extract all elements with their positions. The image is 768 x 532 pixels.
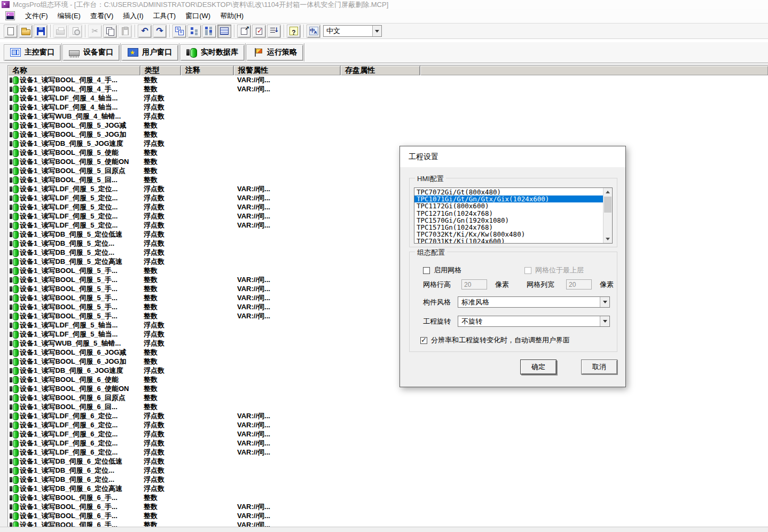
chevron-down-icon[interactable]	[372, 26, 381, 36]
tree-view-button[interactable]	[187, 25, 201, 38]
properties-button[interactable]	[237, 25, 251, 38]
undo-button[interactable]	[138, 25, 152, 38]
table-row[interactable]: 设备1_读写LDF_伺服_5_轴当...浮点数	[8, 330, 768, 339]
table-row[interactable]: 设备1_读写LDF_伺服_5_定位...浮点数VAR://伺...	[8, 212, 768, 221]
table-row[interactable]: 设备1_读写BOOL_伺服_6_JOG加整数	[8, 357, 768, 366]
component-style-dropdown[interactable]: 标准风格	[458, 296, 610, 308]
redo-button[interactable]	[153, 25, 167, 38]
table-row[interactable]: 设备1_读写BOOL_伺服_5_JOG加整数	[8, 130, 768, 139]
listbox-scrollbar[interactable]	[603, 188, 612, 243]
chevron-down-icon[interactable]	[600, 316, 609, 326]
table-row[interactable]: 设备1_读写LDF_伺服_5_定位...浮点数VAR://伺...	[8, 184, 768, 193]
grid-col-width-input[interactable]	[566, 279, 592, 290]
table-row[interactable]: 设备1_读写BOOL_伺服_6_手...整数VAR://伺...	[8, 520, 768, 527]
table-row[interactable]: 设备1_读写LDF_伺服_5_轴当...浮点数	[8, 320, 768, 330]
auto-adjust-checkbox[interactable]	[420, 337, 427, 344]
open-button[interactable]	[19, 25, 33, 38]
table-row[interactable]: 设备1_读写BOOL_伺服_5_使能ON整数	[8, 157, 768, 166]
hmi-option[interactable]: TPC1570Gi/Gn(1920x1080)	[414, 217, 603, 224]
column-header-name[interactable]: 名称	[8, 66, 140, 75]
table-row[interactable]: 设备1_读写BOOL_伺服_5_手...整数VAR://伺...	[8, 302, 768, 311]
column-header-alarm[interactable]: 报警属性	[234, 66, 341, 75]
rotation-dropdown[interactable]: 不旋转	[458, 316, 610, 327]
help-button[interactable]	[287, 25, 301, 38]
menu-item-5[interactable]: 窗口(W)	[181, 10, 215, 22]
table-row[interactable]: 设备1_读写LDF_伺服_6_定位...浮点数VAR://伺...	[8, 439, 768, 448]
table-row[interactable]: 设备1_读写BOOL_伺服_6_回...整数	[8, 402, 768, 411]
menu-item-1[interactable]: 编辑(E)	[53, 10, 85, 22]
table-row[interactable]: 设备1_读写LDF_伺服_6_定位...浮点数VAR://伺...	[8, 429, 768, 439]
table-row[interactable]: 设备1_读写BOOL_伺服_5_使能整数	[8, 148, 768, 157]
menu-item-4[interactable]: 工具(T)	[148, 10, 181, 22]
table-row[interactable]: 设备1_读写DB_伺服_5_定位...浮点数	[8, 239, 768, 248]
new-button[interactable]	[4, 25, 18, 38]
copy-button[interactable]	[103, 25, 117, 38]
table-view-button[interactable]	[217, 25, 231, 38]
table-row[interactable]: 设备1_读写DB_伺服_6_定位低速浮点数	[8, 457, 768, 466]
cancel-button[interactable]: 取消	[581, 359, 617, 374]
table-row[interactable]: 设备1_读写LDF_伺服_5_定位...浮点数VAR://伺...	[8, 202, 768, 212]
table-row[interactable]: 设备1_读写BOOL_伺服_5_手...整数VAR://伺...	[8, 293, 768, 302]
table-row[interactable]: 设备1_读写BOOL_伺服_4_手...整数VAR://伺...	[8, 75, 768, 84]
table-row[interactable]: 设备1_读写LDF_伺服_4_轴当...浮点数	[8, 103, 768, 112]
scroll-down-icon[interactable]	[604, 235, 612, 243]
table-row[interactable]: 设备1_读写DB_伺服_5_定位低速浮点数	[8, 230, 768, 239]
hmi-option[interactable]: TPC1172Gi(800x600)	[414, 202, 603, 209]
tab-main[interactable]: 主控窗口	[4, 44, 61, 61]
table-row[interactable]: 设备1_读写LDF_伺服_5_定位...浮点数VAR://伺...	[8, 193, 768, 202]
table-row[interactable]: 设备1_读写BOOL_伺服_6_JOG减整数	[8, 348, 768, 357]
table-row[interactable]: 设备1_读写BOOL_伺服_5_JOG减整数	[8, 121, 768, 130]
sort-button[interactable]	[267, 25, 281, 38]
table-row[interactable]: 设备1_读写WUB_伺服_4_轴错...浮点数	[8, 112, 768, 121]
chevron-down-icon[interactable]	[600, 297, 609, 307]
hmi-option[interactable]: TPC7031Kt/Ki(1024x600)	[414, 238, 603, 243]
language-button[interactable]	[307, 25, 320, 38]
table-row[interactable]: 设备1_读写BOOL_伺服_5_手...整数VAR://伺...	[8, 311, 768, 320]
tab-rtdb[interactable]: 实时数据库	[180, 44, 245, 61]
column-header-storage[interactable]: 存盘属性	[341, 66, 420, 75]
table-row[interactable]: 设备1_读写BOOL_伺服_5_手...整数	[8, 266, 768, 275]
scrollbar-thumb[interactable]	[604, 197, 612, 213]
tab-device[interactable]: 设备窗口	[62, 44, 120, 61]
table-row[interactable]: 设备1_读写DB_伺服_6_定位...浮点数	[8, 475, 768, 484]
table-row[interactable]: 设备1_读写BOOL_伺服_5_回...整数	[8, 175, 768, 184]
table-row[interactable]: 设备1_读写BOOL_伺服_5_手...整数VAR://伺...	[8, 275, 768, 284]
column-header-type[interactable]: 类型	[140, 66, 181, 75]
table-row[interactable]: 设备1_读写LDF_伺服_6_定位...浮点数VAR://伺...	[8, 420, 768, 429]
table-row[interactable]: 设备1_读写BOOL_伺服_5_手...整数VAR://伺...	[8, 284, 768, 293]
save-button[interactable]	[34, 25, 48, 38]
table-row[interactable]: 设备1_读写DB_伺服_6_定位高速浮点数	[8, 484, 768, 493]
tab-strategy[interactable]: 运行策略	[246, 44, 303, 61]
detail-view-button[interactable]	[202, 25, 216, 38]
language-dropdown[interactable]: 中文	[323, 25, 382, 37]
table-row[interactable]: 设备1_读写BOOL_伺服_6_手...整数VAR://伺...	[8, 511, 768, 520]
table-row[interactable]: 设备1_读写DB_伺服_5_JOG速度浮点数	[8, 139, 768, 148]
table-row[interactable]: 设备1_读写LDF_伺服_6_定位...浮点数VAR://伺...	[8, 448, 768, 457]
hmi-option[interactable]: TPC1271Gn(1024x768)	[414, 210, 603, 217]
table-row[interactable]: 设备1_读写DB_伺服_5_定位高速浮点数	[8, 257, 768, 266]
table-row[interactable]: 设备1_读写BOOL_伺服_6_使能ON整数	[8, 384, 768, 393]
table-row[interactable]: 设备1_读写BOOL_伺服_4_手...整数VAR://伺...	[8, 84, 768, 93]
syntax-check-button[interactable]	[252, 25, 266, 38]
menu-item-0[interactable]: 文件(F)	[20, 10, 53, 22]
table-row[interactable]: 设备1_读写DB_伺服_5_定位...浮点数	[8, 248, 768, 257]
table-row[interactable]: 设备1_读写DB_伺服_6_JOG速度浮点数	[8, 366, 768, 375]
menu-item-3[interactable]: 插入(I)	[118, 10, 148, 22]
table-row[interactable]: 设备1_读写DB_伺服_6_定位...浮点数	[8, 466, 768, 475]
scroll-up-icon[interactable]	[604, 188, 612, 196]
tab-user[interactable]: 用户窗口	[121, 44, 178, 61]
column-header-comment[interactable]: 注释	[181, 66, 234, 75]
enable-grid-checkbox[interactable]	[423, 267, 430, 274]
ok-button[interactable]: 确定	[520, 359, 557, 374]
table-row[interactable]: 设备1_读写LDF_伺服_4_轴当...浮点数	[8, 93, 768, 103]
table-row[interactable]: 设备1_读写LDF_伺服_5_定位...浮点数VAR://伺...	[8, 221, 768, 230]
menu-item-6[interactable]: 帮助(H)	[215, 10, 248, 22]
hmi-model-listbox[interactable]: TPC7072Gi/Gt(800x480)TPC1071Gi/Gt/Gn/Gtx…	[414, 187, 613, 244]
table-row[interactable]: 设备1_读写BOOL_伺服_6_手...整数	[8, 493, 768, 502]
menu-item-2[interactable]: 查看(V)	[85, 10, 118, 22]
table-row[interactable]: 设备1_读写LDF_伺服_6_定位...浮点数VAR://伺...	[8, 411, 768, 420]
table-row[interactable]: 设备1_读写BOOL_伺服_6_回原点整数	[8, 393, 768, 402]
data-object-button[interactable]	[173, 25, 186, 38]
table-row[interactable]: 设备1_读写BOOL_伺服_5_回原点整数	[8, 166, 768, 175]
grid-row-height-input[interactable]	[461, 279, 487, 290]
